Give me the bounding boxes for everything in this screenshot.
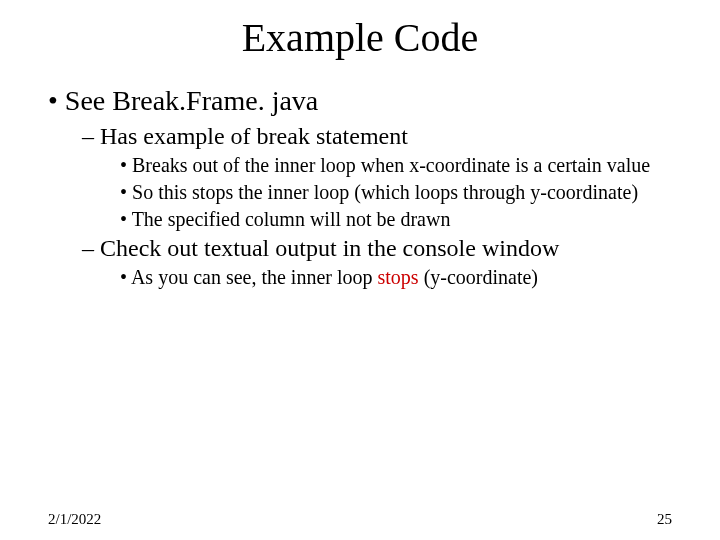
l3-text-a: As you can see, the inner loop <box>131 266 378 288</box>
l3-item: As you can see, the inner loop stops (y-… <box>120 266 672 289</box>
footer-date: 2/1/2022 <box>48 511 101 528</box>
bullet-list-level3: Breaks out of the inner loop when x-coor… <box>82 154 672 231</box>
l1-text: See Break.Frame. java <box>65 85 318 116</box>
l2-item: Check out textual output in the console … <box>82 235 672 289</box>
l3-text-b: (y-coordinate) <box>419 266 538 288</box>
l2-text: Check out textual output in the console … <box>100 235 559 261</box>
footer-page: 25 <box>657 511 672 528</box>
l3-item: So this stops the inner loop (which loop… <box>120 181 672 204</box>
l2-item: Has example of break statement Breaks ou… <box>82 123 672 231</box>
slide: Example Code See Break.Frame. java Has e… <box>0 14 720 540</box>
bullet-list-level2: Has example of break statement Breaks ou… <box>48 123 672 289</box>
bullet-list-level3: As you can see, the inner loop stops (y-… <box>82 266 672 289</box>
slide-title: Example Code <box>48 14 672 61</box>
l1-item: See Break.Frame. java Has example of bre… <box>48 85 672 289</box>
footer: 2/1/2022 25 <box>48 511 672 528</box>
l2-text: Has example of break statement <box>100 123 408 149</box>
l3-text-red: stops <box>378 266 419 288</box>
bullet-list-level1: See Break.Frame. java Has example of bre… <box>48 85 672 289</box>
l3-item: The specified column will not be drawn <box>120 208 672 231</box>
l3-item: Breaks out of the inner loop when x-coor… <box>120 154 672 177</box>
